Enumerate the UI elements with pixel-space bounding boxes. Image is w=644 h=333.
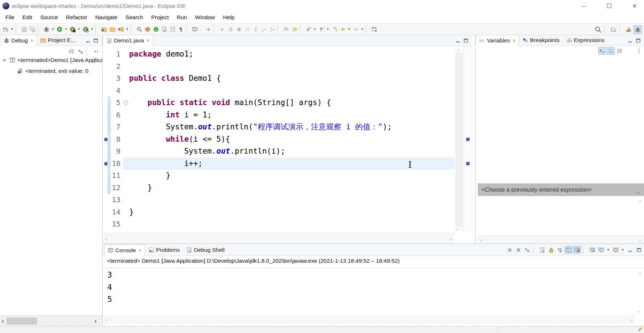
clear-console-icon[interactable] — [538, 246, 546, 254]
minimize-view-icon[interactable] — [85, 38, 91, 43]
maximize-window-button[interactable] — [601, 0, 618, 12]
scroll-up-icon[interactable]: › — [637, 272, 642, 274]
view-tab-expressions[interactable]: x=Expressions — [563, 35, 608, 46]
external-tools-icon[interactable] — [81, 25, 90, 33]
editor-vscrollbar[interactable]: › › — [454, 46, 463, 233]
scroll-left-icon[interactable]: ‹ — [105, 236, 107, 241]
close-icon[interactable]: × — [512, 39, 515, 42]
view-tab-debug[interactable]: Debug× — [0, 35, 37, 46]
dropdown-arrow-icon[interactable]: ▼ — [63, 25, 68, 33]
maximize-view-icon[interactable] — [463, 38, 469, 43]
view-tab-breakpoints[interactable]: Breakpoints — [519, 35, 563, 46]
code-text[interactable]: public static void main(String[] args) { — [129, 97, 454, 109]
close-icon[interactable]: × — [139, 249, 141, 252]
step-into-icon[interactable] — [251, 25, 260, 33]
coverage-icon[interactable] — [68, 25, 77, 33]
view-tab-project-e[interactable]: Project E... — [37, 35, 79, 46]
view-dots-icon[interactable] — [93, 47, 100, 55]
next-annotation-icon[interactable] — [304, 25, 312, 33]
new-package-icon[interactable] — [143, 25, 152, 33]
debug-perspective-icon[interactable] — [633, 25, 642, 34]
menu-help[interactable]: Help — [219, 13, 239, 22]
debug-icon[interactable] — [42, 25, 50, 33]
annotation-ruler[interactable] — [103, 46, 110, 233]
overview-ruler[interactable] — [463, 46, 472, 233]
menu-edit[interactable]: Edit — [19, 13, 36, 22]
menu-run[interactable]: Run — [173, 13, 191, 22]
template-icon[interactable] — [168, 25, 177, 33]
close-icon[interactable]: × — [147, 39, 149, 42]
code-line-7[interactable]: 7 System.out.println("程序调试演示，注意观察 i 的值："… — [110, 121, 454, 133]
disconnect-icon[interactable] — [243, 25, 251, 33]
console-icon[interactable] — [190, 25, 199, 33]
maximize-icon[interactable] — [635, 246, 643, 254]
new-folder-icon[interactable] — [100, 25, 108, 33]
scroll-right-icon[interactable]: › — [639, 237, 641, 243]
overview-breakpoint-marker[interactable] — [466, 162, 469, 165]
dropdown-arrow-icon[interactable]: ▼ — [77, 25, 81, 33]
view-tab-console[interactable]: Console× — [104, 245, 145, 256]
scroll-right-icon[interactable]: › — [450, 236, 452, 241]
scroll-right-icon[interactable]: › — [95, 318, 97, 324]
tree-item[interactable]: J<terminated>Demo1 [Java Application] — [0, 55, 102, 66]
view-tab-problems[interactable]: Problems — [145, 245, 183, 255]
tree-item[interactable]: <terminated, exit value: 0 — [0, 66, 102, 76]
dropdown-arrow-icon[interactable]: ▼ — [606, 246, 611, 254]
scroll-right-icon[interactable]: › — [631, 317, 632, 322]
collapse-all-icon[interactable] — [616, 47, 623, 55]
code-line-15[interactable]: 15 — [110, 218, 454, 230]
logical-structures-icon[interactable] — [607, 47, 615, 55]
pin-editor-icon[interactable] — [370, 25, 378, 33]
code-line-13[interactable]: 13 — [110, 194, 454, 206]
maximize-view-icon[interactable] — [93, 38, 99, 43]
scrollbar-thumb[interactable] — [456, 53, 462, 226]
menu-navigate[interactable]: Navigate — [91, 13, 121, 22]
show-stderr-icon[interactable] — [573, 246, 581, 254]
code-text[interactable]: System.out.println(i); — [129, 145, 454, 158]
menu-window[interactable]: Window — [191, 13, 219, 22]
menu-project[interactable]: Project — [147, 13, 173, 22]
view-tab-variables[interactable]: (x)=Variables× — [476, 35, 519, 46]
show-stdout-icon[interactable] — [565, 246, 572, 254]
code-text[interactable]: } — [129, 206, 454, 218]
dropdown-arrow-icon[interactable]: ▼ — [347, 25, 352, 33]
scroll-left-icon[interactable]: ‹ — [106, 317, 107, 322]
console-hscrollbar[interactable]: ‹ › — [103, 315, 635, 324]
view-menu-icon[interactable] — [635, 47, 643, 55]
dropdown-arrow-icon[interactable]: ▼ — [360, 25, 365, 33]
close-icon[interactable]: × — [30, 39, 33, 42]
open-perspective-icon[interactable] — [609, 25, 618, 34]
dropdown-arrow-icon[interactable]: ▼ — [125, 25, 130, 33]
code-line-3[interactable]: 3public class Demo1 { — [110, 72, 454, 85]
save-icon[interactable] — [20, 25, 28, 33]
remove-terminated-icon[interactable] — [77, 47, 84, 55]
scroll-left-icon[interactable]: ‹ — [2, 318, 4, 324]
menu-search[interactable]: Search — [122, 13, 147, 22]
step-over-icon[interactable] — [260, 25, 268, 33]
close-window-button[interactable]: × — [626, 0, 643, 12]
last-edit-location-icon[interactable] — [330, 25, 339, 33]
minimize-view-icon[interactable] — [627, 38, 633, 43]
overview-breakpoint-marker[interactable] — [466, 138, 469, 141]
scroll-down-icon[interactable]: › — [455, 228, 460, 230]
maximize-view-icon[interactable] — [635, 38, 641, 43]
resume-icon[interactable] — [218, 25, 226, 33]
console-output[interactable]: 345 — [107, 269, 629, 313]
code-text[interactable] — [129, 85, 454, 97]
save-all-icon[interactable] — [28, 25, 37, 33]
view-tab-debug-shell[interactable]: JDebug Shell — [183, 245, 228, 255]
new-wizard-icon[interactable] — [1, 25, 10, 33]
code-text[interactable] — [129, 61, 454, 73]
dropdown-arrow-icon[interactable]: ▼ — [90, 25, 94, 33]
open-console-icon[interactable] — [612, 246, 619, 254]
minimize-window-button[interactable]: ─ — [575, 0, 592, 12]
menu-source[interactable]: Source — [36, 13, 62, 22]
display-console-icon[interactable] — [597, 246, 605, 254]
code-line-8[interactable]: 8 while(i <= 5){ — [110, 133, 454, 146]
pilcrow-icon[interactable]: ¶ — [177, 25, 185, 33]
minimize-view-icon[interactable] — [455, 38, 461, 43]
back-icon[interactable] — [339, 25, 347, 33]
editor-hscrollbar[interactable]: ‹ › — [103, 233, 454, 243]
new-class-icon[interactable]: C — [152, 25, 160, 33]
variables-hscrollbar[interactable]: ‹ › — [478, 236, 644, 243]
